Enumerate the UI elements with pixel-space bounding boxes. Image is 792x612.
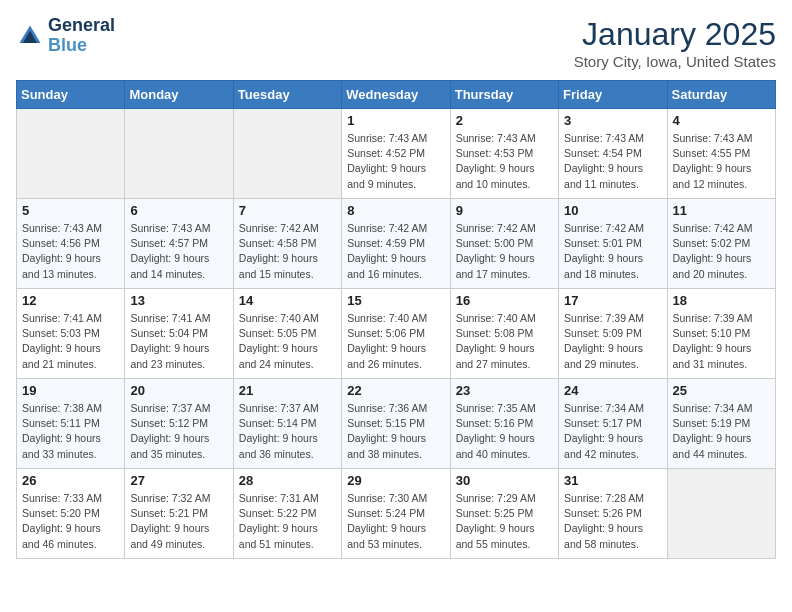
weekday-header: Tuesday (233, 81, 341, 109)
day-info: Sunrise: 7:30 AM Sunset: 5:24 PM Dayligh… (347, 491, 444, 552)
day-info: Sunrise: 7:42 AM Sunset: 5:00 PM Dayligh… (456, 221, 553, 282)
day-info: Sunrise: 7:34 AM Sunset: 5:17 PM Dayligh… (564, 401, 661, 462)
calendar-cell (17, 109, 125, 199)
calendar-week-row: 1Sunrise: 7:43 AM Sunset: 4:52 PM Daylig… (17, 109, 776, 199)
day-number: 27 (130, 473, 227, 488)
day-info: Sunrise: 7:35 AM Sunset: 5:16 PM Dayligh… (456, 401, 553, 462)
day-number: 16 (456, 293, 553, 308)
day-number: 20 (130, 383, 227, 398)
calendar-cell: 20Sunrise: 7:37 AM Sunset: 5:12 PM Dayli… (125, 379, 233, 469)
day-info: Sunrise: 7:42 AM Sunset: 4:59 PM Dayligh… (347, 221, 444, 282)
weekday-header: Saturday (667, 81, 775, 109)
day-info: Sunrise: 7:37 AM Sunset: 5:14 PM Dayligh… (239, 401, 336, 462)
day-number: 30 (456, 473, 553, 488)
calendar-table: SundayMondayTuesdayWednesdayThursdayFrid… (16, 80, 776, 559)
day-number: 29 (347, 473, 444, 488)
day-info: Sunrise: 7:43 AM Sunset: 4:53 PM Dayligh… (456, 131, 553, 192)
day-number: 22 (347, 383, 444, 398)
day-number: 3 (564, 113, 661, 128)
calendar-cell: 4Sunrise: 7:43 AM Sunset: 4:55 PM Daylig… (667, 109, 775, 199)
calendar-cell: 6Sunrise: 7:43 AM Sunset: 4:57 PM Daylig… (125, 199, 233, 289)
calendar-cell: 27Sunrise: 7:32 AM Sunset: 5:21 PM Dayli… (125, 469, 233, 559)
weekday-header: Sunday (17, 81, 125, 109)
day-number: 1 (347, 113, 444, 128)
day-number: 18 (673, 293, 770, 308)
calendar-week-row: 19Sunrise: 7:38 AM Sunset: 5:11 PM Dayli… (17, 379, 776, 469)
calendar-cell (125, 109, 233, 199)
calendar-cell: 23Sunrise: 7:35 AM Sunset: 5:16 PM Dayli… (450, 379, 558, 469)
calendar-cell: 28Sunrise: 7:31 AM Sunset: 5:22 PM Dayli… (233, 469, 341, 559)
calendar-subtitle: Story City, Iowa, United States (574, 53, 776, 70)
day-info: Sunrise: 7:42 AM Sunset: 5:01 PM Dayligh… (564, 221, 661, 282)
day-info: Sunrise: 7:40 AM Sunset: 5:06 PM Dayligh… (347, 311, 444, 372)
day-number: 7 (239, 203, 336, 218)
calendar-cell: 3Sunrise: 7:43 AM Sunset: 4:54 PM Daylig… (559, 109, 667, 199)
day-info: Sunrise: 7:38 AM Sunset: 5:11 PM Dayligh… (22, 401, 119, 462)
day-number: 13 (130, 293, 227, 308)
day-number: 19 (22, 383, 119, 398)
day-number: 28 (239, 473, 336, 488)
calendar-week-row: 5Sunrise: 7:43 AM Sunset: 4:56 PM Daylig… (17, 199, 776, 289)
calendar-cell: 1Sunrise: 7:43 AM Sunset: 4:52 PM Daylig… (342, 109, 450, 199)
header: General Blue January 2025 Story City, Io… (16, 16, 776, 70)
calendar-cell: 9Sunrise: 7:42 AM Sunset: 5:00 PM Daylig… (450, 199, 558, 289)
day-info: Sunrise: 7:28 AM Sunset: 5:26 PM Dayligh… (564, 491, 661, 552)
day-info: Sunrise: 7:32 AM Sunset: 5:21 PM Dayligh… (130, 491, 227, 552)
calendar-cell: 5Sunrise: 7:43 AM Sunset: 4:56 PM Daylig… (17, 199, 125, 289)
day-info: Sunrise: 7:43 AM Sunset: 4:52 PM Dayligh… (347, 131, 444, 192)
weekday-header: Friday (559, 81, 667, 109)
day-number: 26 (22, 473, 119, 488)
day-info: Sunrise: 7:33 AM Sunset: 5:20 PM Dayligh… (22, 491, 119, 552)
day-info: Sunrise: 7:40 AM Sunset: 5:08 PM Dayligh… (456, 311, 553, 372)
calendar-week-row: 12Sunrise: 7:41 AM Sunset: 5:03 PM Dayli… (17, 289, 776, 379)
day-number: 21 (239, 383, 336, 398)
weekday-header: Thursday (450, 81, 558, 109)
calendar-cell: 17Sunrise: 7:39 AM Sunset: 5:09 PM Dayli… (559, 289, 667, 379)
logo-icon (16, 22, 44, 50)
calendar-title: January 2025 (574, 16, 776, 53)
day-number: 11 (673, 203, 770, 218)
weekday-header: Monday (125, 81, 233, 109)
day-number: 17 (564, 293, 661, 308)
calendar-cell: 30Sunrise: 7:29 AM Sunset: 5:25 PM Dayli… (450, 469, 558, 559)
day-info: Sunrise: 7:41 AM Sunset: 5:03 PM Dayligh… (22, 311, 119, 372)
calendar-cell (233, 109, 341, 199)
calendar-cell: 7Sunrise: 7:42 AM Sunset: 4:58 PM Daylig… (233, 199, 341, 289)
calendar-cell: 15Sunrise: 7:40 AM Sunset: 5:06 PM Dayli… (342, 289, 450, 379)
day-number: 12 (22, 293, 119, 308)
day-info: Sunrise: 7:37 AM Sunset: 5:12 PM Dayligh… (130, 401, 227, 462)
calendar-cell: 11Sunrise: 7:42 AM Sunset: 5:02 PM Dayli… (667, 199, 775, 289)
calendar-cell: 31Sunrise: 7:28 AM Sunset: 5:26 PM Dayli… (559, 469, 667, 559)
calendar-cell: 12Sunrise: 7:41 AM Sunset: 5:03 PM Dayli… (17, 289, 125, 379)
day-info: Sunrise: 7:36 AM Sunset: 5:15 PM Dayligh… (347, 401, 444, 462)
day-info: Sunrise: 7:43 AM Sunset: 4:57 PM Dayligh… (130, 221, 227, 282)
day-info: Sunrise: 7:40 AM Sunset: 5:05 PM Dayligh… (239, 311, 336, 372)
calendar-cell: 22Sunrise: 7:36 AM Sunset: 5:15 PM Dayli… (342, 379, 450, 469)
calendar-week-row: 26Sunrise: 7:33 AM Sunset: 5:20 PM Dayli… (17, 469, 776, 559)
day-number: 8 (347, 203, 444, 218)
calendar-cell: 21Sunrise: 7:37 AM Sunset: 5:14 PM Dayli… (233, 379, 341, 469)
logo-text: General Blue (48, 16, 115, 56)
day-info: Sunrise: 7:41 AM Sunset: 5:04 PM Dayligh… (130, 311, 227, 372)
day-info: Sunrise: 7:39 AM Sunset: 5:09 PM Dayligh… (564, 311, 661, 372)
day-number: 2 (456, 113, 553, 128)
calendar-cell: 24Sunrise: 7:34 AM Sunset: 5:17 PM Dayli… (559, 379, 667, 469)
day-info: Sunrise: 7:43 AM Sunset: 4:56 PM Dayligh… (22, 221, 119, 282)
calendar-cell (667, 469, 775, 559)
weekday-header: Wednesday (342, 81, 450, 109)
day-info: Sunrise: 7:31 AM Sunset: 5:22 PM Dayligh… (239, 491, 336, 552)
logo: General Blue (16, 16, 115, 56)
title-area: January 2025 Story City, Iowa, United St… (574, 16, 776, 70)
weekday-header-row: SundayMondayTuesdayWednesdayThursdayFrid… (17, 81, 776, 109)
day-number: 15 (347, 293, 444, 308)
calendar-cell: 16Sunrise: 7:40 AM Sunset: 5:08 PM Dayli… (450, 289, 558, 379)
calendar-cell: 26Sunrise: 7:33 AM Sunset: 5:20 PM Dayli… (17, 469, 125, 559)
day-number: 5 (22, 203, 119, 218)
day-info: Sunrise: 7:42 AM Sunset: 4:58 PM Dayligh… (239, 221, 336, 282)
calendar-cell: 19Sunrise: 7:38 AM Sunset: 5:11 PM Dayli… (17, 379, 125, 469)
day-info: Sunrise: 7:39 AM Sunset: 5:10 PM Dayligh… (673, 311, 770, 372)
calendar-cell: 25Sunrise: 7:34 AM Sunset: 5:19 PM Dayli… (667, 379, 775, 469)
day-number: 25 (673, 383, 770, 398)
day-number: 14 (239, 293, 336, 308)
day-info: Sunrise: 7:43 AM Sunset: 4:54 PM Dayligh… (564, 131, 661, 192)
